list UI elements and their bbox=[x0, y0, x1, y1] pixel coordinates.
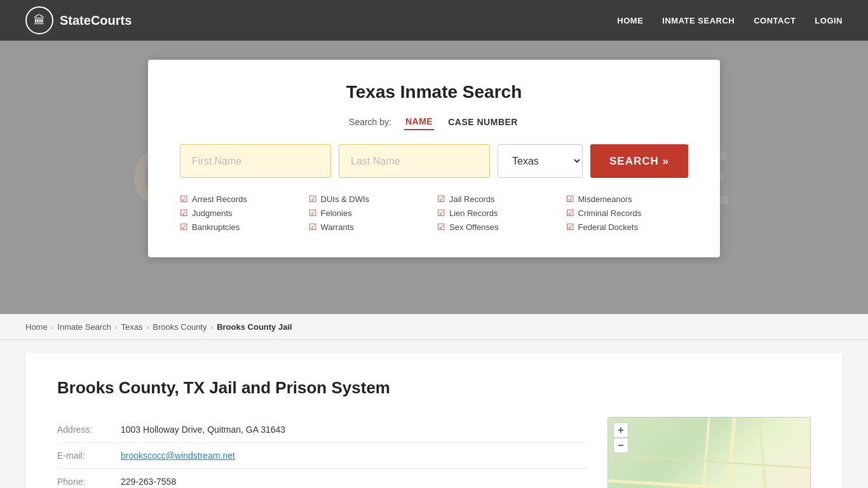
checkbox-lien-records: ☑ Lien Records bbox=[437, 208, 560, 218]
checkbox-label: Federal Dockets bbox=[578, 222, 639, 232]
checkmark-icon: ☑ bbox=[566, 194, 574, 204]
checkmark-icon: ☑ bbox=[180, 194, 188, 204]
checkmark-icon: ☑ bbox=[437, 194, 445, 204]
checkbox-label: Sex Offenses bbox=[449, 222, 499, 232]
svg-line-2 bbox=[608, 480, 810, 488]
hero-section: COURTHOUSE Texas Inmate Search Search by… bbox=[0, 41, 868, 314]
value-phone: 229-263-7558 bbox=[121, 477, 176, 487]
checkmark-icon: ☑ bbox=[309, 222, 317, 232]
svg-line-0 bbox=[722, 417, 735, 488]
map-placeholder: + − 📍 bbox=[608, 417, 810, 488]
breadcrumb-brooks-county[interactable]: Brooks County bbox=[153, 322, 207, 332]
checkbox-warrants: ☑ Warrants bbox=[309, 222, 431, 232]
svg-line-1 bbox=[696, 417, 709, 488]
breadcrumb-texas[interactable]: Texas bbox=[121, 322, 143, 332]
checkmark-icon: ☑ bbox=[566, 222, 574, 232]
nav-links: HOME INMATE SEARCH CONTACT LOGIN bbox=[617, 15, 843, 25]
map-roads-svg bbox=[608, 417, 810, 488]
checkbox-label: Felonies bbox=[321, 208, 352, 218]
nav-inmate-search[interactable]: INMATE SEARCH bbox=[662, 16, 735, 25]
state-select[interactable]: Texas Alabama Alaska Arizona California … bbox=[498, 144, 583, 178]
search-card: Texas Inmate Search Search by: NAME CASE… bbox=[148, 60, 720, 257]
nav-contact[interactable]: CONTACT bbox=[754, 16, 796, 25]
nav-login[interactable]: LOGIN bbox=[815, 16, 843, 25]
checkbox-label: Criminal Records bbox=[578, 208, 642, 218]
checkmark-icon: ☑ bbox=[309, 194, 317, 204]
last-name-input[interactable] bbox=[339, 144, 490, 178]
logo-icon: 🏛 bbox=[25, 6, 53, 34]
checkmark-icon: ☑ bbox=[437, 222, 445, 232]
checkbox-felonies: ☑ Felonies bbox=[309, 208, 431, 218]
value-email: brookscocc@windstream.net bbox=[121, 451, 235, 461]
info-row-phone: Phone: 229-263-7558 bbox=[57, 469, 588, 488]
checkbox-criminal-records: ☑ Criminal Records bbox=[566, 208, 689, 218]
tab-name[interactable]: NAME bbox=[404, 114, 434, 130]
checkbox-label: Warrants bbox=[321, 222, 354, 232]
breadcrumb-chevron: › bbox=[115, 323, 118, 331]
breadcrumb-current: Brooks County Jail bbox=[217, 322, 292, 332]
checkbox-misdemeanors: ☑ Misdemeanors bbox=[566, 194, 689, 204]
checkbox-arrest-records: ☑ Arrest Records bbox=[180, 194, 302, 204]
value-address: 1003 Holloway Drive, Quitman, GA 31643 bbox=[121, 424, 285, 435]
nav-home[interactable]: HOME bbox=[617, 16, 643, 25]
info-row-email: E-mail: brookscocc@windstream.net bbox=[57, 443, 588, 469]
checkmark-icon: ☑ bbox=[309, 208, 317, 218]
checkbox-label: Arrest Records bbox=[192, 194, 247, 204]
search-button[interactable]: SEARCH » bbox=[590, 144, 688, 178]
checkboxes-grid: ☑ Arrest Records ☑ DUIs & DWIs ☑ Jail Re… bbox=[180, 194, 688, 232]
map-controls: + − bbox=[613, 423, 628, 453]
search-by-row: Search by: NAME CASE NUMBER bbox=[180, 114, 688, 130]
first-name-input[interactable] bbox=[180, 144, 331, 178]
checkbox-federal-dockets: ☑ Federal Dockets bbox=[566, 222, 689, 232]
checkbox-label: Misdemeanors bbox=[578, 194, 632, 204]
map-zoom-in[interactable]: + bbox=[613, 423, 628, 438]
search-by-label: Search by: bbox=[349, 117, 391, 127]
map-area: + − 📍 bbox=[607, 417, 811, 488]
checkmark-icon: ☑ bbox=[437, 208, 445, 218]
breadcrumb-chevron: › bbox=[51, 323, 54, 331]
label-address: Address: bbox=[57, 424, 108, 435]
checkbox-label: Lien Records bbox=[449, 208, 498, 218]
site-header: 🏛 StateCourts HOME INMATE SEARCH CONTACT… bbox=[0, 0, 868, 41]
breadcrumb-chevron: › bbox=[210, 323, 213, 331]
label-phone: Phone: bbox=[57, 477, 108, 487]
label-email: E-mail: bbox=[57, 451, 108, 461]
checkmark-icon: ☑ bbox=[180, 208, 188, 218]
checkbox-sex-offenses: ☑ Sex Offenses bbox=[437, 222, 560, 232]
checkbox-label: DUIs & DWIs bbox=[321, 194, 370, 204]
svg-line-5 bbox=[608, 456, 810, 468]
info-layout: Address: 1003 Holloway Drive, Quitman, G… bbox=[57, 417, 811, 488]
checkbox-jail-records: ☑ Jail Records bbox=[437, 194, 560, 204]
info-table: Address: 1003 Holloway Drive, Quitman, G… bbox=[57, 417, 588, 488]
checkbox-label: Jail Records bbox=[449, 194, 495, 204]
breadcrumb-chevron: › bbox=[147, 323, 149, 331]
main-content: Brooks County, TX Jail and Prison System… bbox=[0, 340, 868, 488]
checkbox-duis: ☑ DUIs & DWIs bbox=[309, 194, 431, 204]
map-zoom-out[interactable]: − bbox=[613, 438, 628, 453]
search-card-title: Texas Inmate Search bbox=[180, 82, 688, 102]
checkmark-icon: ☑ bbox=[180, 222, 188, 232]
breadcrumb-home[interactable]: Home bbox=[25, 322, 48, 332]
site-name: StateCourts bbox=[60, 13, 132, 28]
checkbox-judgments: ☑ Judgments bbox=[180, 208, 302, 218]
main-nav: HOME INMATE SEARCH CONTACT LOGIN bbox=[617, 15, 843, 25]
breadcrumb: Home › Inmate Search › Texas › Brooks Co… bbox=[0, 314, 868, 340]
search-inputs-row: Texas Alabama Alaska Arizona California … bbox=[180, 144, 688, 178]
checkbox-label: Judgments bbox=[192, 208, 233, 218]
tab-case-number[interactable]: CASE NUMBER bbox=[447, 114, 519, 130]
content-title: Brooks County, TX Jail and Prison System bbox=[57, 378, 811, 398]
svg-line-4 bbox=[760, 417, 773, 488]
info-row-address: Address: 1003 Holloway Drive, Quitman, G… bbox=[57, 417, 588, 443]
checkbox-label: Bankruptcies bbox=[192, 222, 240, 232]
breadcrumb-inmate-search[interactable]: Inmate Search bbox=[57, 322, 111, 332]
checkbox-bankruptcies: ☑ Bankruptcies bbox=[180, 222, 302, 232]
email-link[interactable]: brookscocc@windstream.net bbox=[121, 451, 235, 461]
content-card: Brooks County, TX Jail and Prison System… bbox=[25, 353, 843, 488]
checkmark-icon: ☑ bbox=[566, 208, 574, 218]
logo-area: 🏛 StateCourts bbox=[25, 6, 132, 34]
